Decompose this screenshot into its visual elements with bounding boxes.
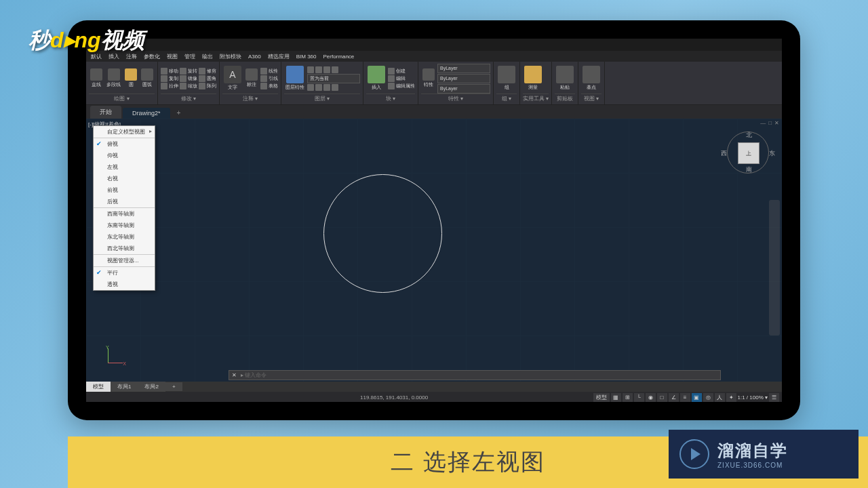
menu-right-view[interactable]: 右视 (94, 173, 155, 184)
layout2-tab[interactable]: 布局2 (138, 382, 165, 392)
workspace-button[interactable]: ✦ (726, 393, 736, 402)
menu-left-view[interactable]: 左视 (94, 161, 155, 173)
status-bar: 119.8615, 191.4031, 0.0000 模型 ▦ ⊞ └ ◉ □ … (86, 392, 782, 402)
ribbon-group-utilities: 测量 实用工具 ▾ (520, 62, 552, 104)
maximize-icon[interactable]: □ (768, 120, 772, 126)
view-context-menu: 自定义模型视图▸ ✔俯视 仰视 左视 右视 前视 后视 西南等轴测 东南等轴测 … (93, 125, 155, 291)
tab-view[interactable]: 视图 (163, 53, 181, 60)
linetype-combo[interactable]: ByLayer (437, 84, 490, 94)
grid-toggle[interactable]: ▦ (611, 393, 621, 402)
scale-display[interactable]: 1:1 / 100% ▾ (738, 394, 768, 401)
copy-button[interactable]: 复制镜像圆角 (161, 75, 216, 82)
otrack-toggle[interactable]: ∠ (669, 393, 679, 402)
command-line[interactable]: ✕ ▸ 键入命令 (229, 370, 721, 380)
line-button[interactable]: 直线 (89, 68, 104, 89)
lineweight-toggle[interactable]: ≡ (680, 393, 690, 402)
lineweight-combo[interactable]: ByLayer (437, 74, 490, 83)
snap-toggle[interactable]: ⊞ (623, 393, 633, 402)
layout1-tab[interactable]: 布局1 (111, 382, 138, 392)
tab-bim360[interactable]: BIM 360 (293, 54, 320, 60)
tab-output[interactable]: 输出 (199, 53, 216, 60)
viewport-window-controls: — □ ✕ (760, 120, 779, 126)
insert-block-button[interactable]: 插入 (366, 65, 387, 92)
menu-front-view[interactable]: 前视 (94, 184, 155, 196)
tab-featured[interactable]: 精选应用 (264, 53, 293, 60)
model-space-button[interactable]: 模型 (593, 393, 610, 402)
paste-button[interactable]: 粘贴 (555, 65, 575, 92)
circle-button[interactable]: 圆 (123, 68, 138, 89)
ortho-toggle[interactable]: └ (634, 393, 644, 402)
polyline-button[interactable]: 多段线 (105, 68, 122, 89)
polar-toggle[interactable]: ◉ (646, 393, 656, 402)
ribbon: 直线 多段线 圆 圆弧 绘图 ▾ 移动旋转修剪 复制镜像圆角 拉伸缩放阵列 修改… (86, 62, 782, 105)
dimension-button[interactable]: 标注 (244, 68, 259, 89)
group-button[interactable]: 组 (496, 65, 517, 92)
osnap-toggle[interactable]: □ (657, 393, 667, 402)
menu-perspective[interactable]: 透视 (94, 279, 155, 290)
layer-properties-button[interactable]: 图层特性 (284, 65, 306, 92)
layout-tabs: 模型 布局1 布局2 + (86, 382, 782, 392)
menu-sw-iso[interactable]: 西南等轴测 (94, 207, 155, 220)
menu-nw-iso[interactable]: 西北等轴测 (94, 243, 155, 254)
file-tabs: 开始 Drawing2* + (86, 105, 782, 119)
ribbon-group-properties: 特性 ByLayer ByLayer ByLayer 特性 ▾ (418, 62, 494, 104)
close-icon[interactable]: ✕ (774, 120, 779, 126)
basepoint-button[interactable]: 基点 (581, 65, 601, 92)
layer-combo[interactable]: 置为当前 (307, 74, 360, 83)
menu-bottom-view[interactable]: 仰视 (94, 150, 155, 161)
tab-addins[interactable]: 附加模块 (216, 53, 245, 60)
menu-back-view[interactable]: 后视 (94, 196, 155, 207)
tab-a360[interactable]: A360 (245, 54, 264, 60)
color-combo[interactable]: ByLayer (437, 64, 490, 73)
ribbon-group-modify: 移动旋转修剪 复制镜像圆角 拉伸缩放阵列 修改 ▾ (158, 62, 220, 104)
model-tab[interactable]: 模型 (86, 382, 111, 392)
menu-parallel[interactable]: ✔平行 (94, 266, 155, 279)
ribbon-group-layer: 图层特性 置为当前 图层 ▾ (281, 62, 363, 104)
customize-button[interactable]: ☰ (769, 393, 779, 402)
menu-se-iso[interactable]: 东南等轴测 (94, 220, 155, 231)
start-tab[interactable]: 开始 (90, 106, 121, 119)
close-cmdline-icon[interactable]: ✕ (232, 372, 237, 378)
tab-performance[interactable]: Performance (319, 54, 357, 60)
measure-button[interactable]: 测量 (523, 65, 543, 92)
drawing-tab[interactable]: Drawing2* (123, 108, 170, 119)
arc-button[interactable]: 圆弧 (140, 68, 155, 89)
text-button[interactable]: A文字 (222, 65, 243, 92)
watermark-logo: 秒d▸ng视频 (28, 26, 144, 56)
play-icon (679, 439, 709, 469)
device-frame: 默认 插入 注释 参数化 视图 管理 输出 附加模块 A360 精选应用 BIM… (68, 20, 800, 420)
brand-badge: 溜溜自学 ZIXUE.3D66.COM (669, 430, 859, 479)
ribbon-group-view: 基点 视图 ▾ (578, 62, 605, 104)
tab-manage[interactable]: 管理 (181, 53, 199, 60)
coordinates-display: 119.8615, 191.4031, 0.0000 (360, 394, 428, 401)
menu-top-view[interactable]: ✔俯视 (94, 138, 155, 150)
ribbon-group-clipboard: 粘贴 剪贴板 (552, 62, 578, 104)
add-layout-button[interactable]: + (165, 382, 182, 391)
stretch-button[interactable]: 拉伸缩放阵列 (161, 83, 216, 89)
cycling-toggle[interactable]: ◎ (703, 393, 713, 402)
move-button[interactable]: 移动旋转修剪 (161, 68, 216, 75)
ucs-icon[interactable]: Y X (103, 348, 123, 368)
ribbon-group-draw: 直线 多段线 圆 圆弧 绘图 ▾ (86, 62, 158, 104)
ribbon-group-block: 插入 创建 编辑 编辑属性 块 ▾ (363, 62, 418, 104)
view-cube[interactable]: 北 南 西 东 上 (726, 131, 770, 174)
autocad-window: 默认 插入 注释 参数化 视图 管理 输出 附加模块 A360 精选应用 BIM… (86, 39, 782, 402)
properties-button[interactable]: 特性 (421, 68, 436, 89)
menu-view-manager[interactable]: 视图管理器... (94, 254, 155, 266)
ribbon-group-annotate: A文字 标注 线性 引线 表格 注释 ▾ (220, 62, 281, 104)
transparency-toggle[interactable]: ▣ (692, 393, 702, 402)
circle-object[interactable] (323, 174, 442, 293)
menu-custom-view[interactable]: 自定义模型视图▸ (94, 126, 155, 138)
new-tab-button[interactable]: + (172, 107, 186, 119)
minimize-icon[interactable]: — (760, 120, 766, 126)
annotation-toggle[interactable]: 人 (715, 393, 725, 402)
ribbon-group-group: 组 组 ▾ (494, 62, 520, 104)
ribbon-tabs[interactable]: 默认 插入 注释 参数化 视图 管理 输出 附加模块 A360 精选应用 BIM… (86, 51, 782, 62)
navigation-bar[interactable] (769, 200, 780, 336)
menu-ne-iso[interactable]: 东北等轴测 (94, 231, 155, 243)
title-bar (86, 39, 782, 51)
drawing-canvas[interactable]: — □ ✕ [-][俯视][着色] 自定义模型视图▸ ✔俯视 仰视 左视 右视 … (86, 119, 782, 382)
